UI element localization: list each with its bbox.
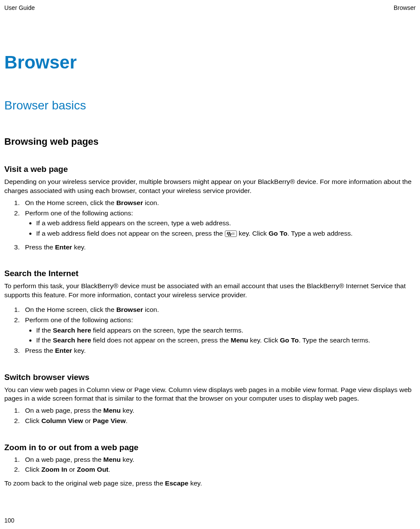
- zoom-steps: On a web page, press the Menu key. Click…: [4, 455, 416, 474]
- step: Click Zoom In or Zoom Out.: [22, 465, 416, 474]
- step: Press the Enter key.: [22, 346, 416, 355]
- step: Click Column View or Page View.: [22, 416, 416, 426]
- svg-rect-11: [233, 233, 233, 234]
- page-number: 100: [4, 517, 14, 524]
- topic-title-zoom: Zoom in to or out from a web page: [4, 443, 416, 452]
- search-steps: On the Home screen, click the Browser ic…: [4, 305, 416, 355]
- svg-point-5: [228, 235, 229, 236]
- topic-intro-switch: You can view web pages in Column view or…: [4, 386, 416, 404]
- svg-point-3: [228, 233, 230, 235]
- switch-steps: On a web page, press the Menu key. Click…: [4, 406, 416, 425]
- step: On a web page, press the Menu key.: [22, 455, 416, 464]
- sub-step: If the Search here field appears on the …: [36, 326, 416, 335]
- svg-point-0: [227, 232, 228, 233]
- step: On a web page, press the Menu key.: [22, 406, 416, 415]
- topic-title-switch: Switch browser views: [4, 373, 416, 382]
- section-title: Browser basics: [4, 99, 416, 112]
- sub-step: If a web address field appears on the sc…: [36, 218, 416, 228]
- subsection-title: Browsing web pages: [4, 136, 416, 147]
- topic-title-search: Search the Internet: [4, 269, 416, 278]
- page-header: User Guide Browser: [4, 4, 416, 11]
- step: Perform one of the following actions: If…: [22, 315, 416, 345]
- svg-point-2: [227, 233, 228, 235]
- header-right: Browser: [394, 4, 416, 11]
- topic-intro-visit: Depending on your wireless service provi…: [4, 177, 416, 196]
- svg-point-1: [229, 232, 230, 233]
- visit-steps: On the Home screen, click the Browser ic…: [4, 198, 416, 252]
- svg-point-6: [230, 235, 231, 236]
- sub-step: If the Search here field does not appear…: [36, 336, 416, 345]
- svg-rect-8: [233, 233, 233, 233]
- topic-intro-search: To perform this task, your BlackBerry® d…: [4, 282, 416, 300]
- step: Press the Enter key.: [22, 243, 416, 252]
- header-left: User Guide: [4, 4, 35, 11]
- svg-point-4: [230, 233, 231, 235]
- sub-step: If a web address field does not appear o…: [36, 229, 416, 238]
- blackberry-key-icon: [225, 230, 237, 237]
- topic-title-visit: Visit a web page: [4, 165, 416, 174]
- svg-rect-9: [234, 233, 234, 233]
- svg-rect-7: [232, 233, 233, 233]
- step: Perform one of the following actions: If…: [22, 208, 416, 238]
- zoom-post: To zoom back to the original web page si…: [4, 479, 416, 487]
- svg-rect-10: [232, 233, 233, 234]
- chapter-title: Browser: [4, 52, 416, 73]
- svg-rect-12: [234, 233, 234, 234]
- svg-rect-15: [234, 234, 234, 235]
- svg-rect-14: [233, 234, 233, 235]
- svg-rect-13: [232, 234, 233, 235]
- step: On the Home screen, click the Browser ic…: [22, 198, 416, 208]
- step: On the Home screen, click the Browser ic…: [22, 305, 416, 314]
